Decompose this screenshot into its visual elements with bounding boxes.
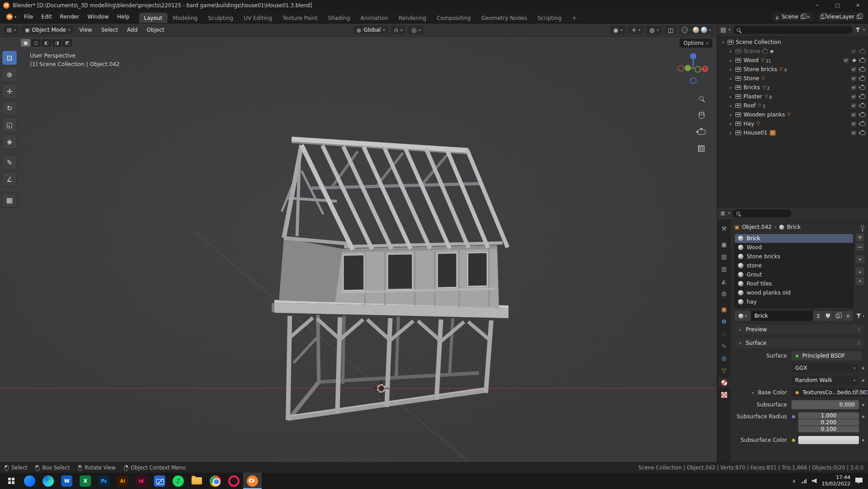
scene-selector[interactable]: ◭ Scene × [772,12,814,21]
wireframe-shading-button[interactable] [681,27,688,33]
users-count-button[interactable]: 3 [813,311,823,321]
volume-icon[interactable] [812,479,817,484]
checkbox[interactable] [851,121,856,126]
tab-particles[interactable]: ∴ [718,329,730,339]
material-slot[interactable]: stone [735,261,853,270]
drag-handle-icon[interactable]: ⠿ [858,327,861,332]
add-slot-button[interactable]: + [856,233,864,242]
checkbox[interactable] [851,76,856,81]
taskbar-excel[interactable]: X [76,473,95,489]
menu-file[interactable]: File [20,10,37,23]
render-visibility-icon[interactable] [860,122,865,126]
menu-render[interactable]: Render [56,10,83,23]
move-slot-up-button[interactable]: ▴ [856,267,864,276]
material-slot[interactable]: Wood [735,243,853,252]
expand-icon[interactable]: ▸ [729,131,733,135]
render-visibility-icon[interactable] [860,95,865,99]
material-slot[interactable]: Brick [735,234,853,243]
preview-section-header[interactable]: ▸ Preview ⠿ [734,324,864,334]
mode-dropdown[interactable]: ▣ Object Mode ▾ [22,25,73,34]
gizmos-toggle[interactable]: ✛ ▾ [628,26,643,34]
animate-dot[interactable] [862,416,864,418]
ortho-toggle-button[interactable] [696,143,707,154]
tab-uv-editing[interactable]: UV Editing [239,13,277,23]
filter-icon[interactable] [856,314,861,318]
tool-add-cube[interactable]: ▦ [2,193,17,207]
navigation-gizmo[interactable]: X [675,50,711,87]
tool-annotate[interactable]: ✎ [2,155,17,169]
material-slot[interactable]: Grout [735,270,853,279]
render-visibility-icon[interactable] [860,86,865,90]
sss-method-dropdown[interactable]: Random Walk ▾ [791,376,859,385]
properties-editor-icon[interactable]: ≣ [720,210,725,216]
expand-icon[interactable]: ▸ [729,113,733,117]
checkbox[interactable] [851,103,856,108]
tray-expand-icon[interactable]: ∧ [792,478,796,484]
tab-modifiers[interactable]: ⚙ [718,316,730,326]
visibility-dropdown[interactable]: ◉ ▾ [610,26,625,34]
outliner-row-stone[interactable]: ▸ Stone ▽ [717,74,868,83]
tool-select-box[interactable]: ⊡ [2,51,17,65]
tab-compositing[interactable]: Compositing [432,13,475,23]
material-slot[interactable]: wood planks old [735,288,853,297]
tab-render[interactable]: ▣ [718,239,730,249]
browse-material-button[interactable]: ▾ [734,311,751,321]
blender-app-menu[interactable]: ▾ [3,10,20,23]
tab-modeling[interactable]: Modeling [168,13,203,23]
tab-rendering[interactable]: Rendering [393,13,431,23]
taskbar-clock[interactable]: 17:44 15/02/2022 [822,474,850,488]
solid-shading-button[interactable] [690,29,691,31]
notification-center-icon[interactable] [855,478,863,484]
outliner-row-hay[interactable]: ▸ Hay ▽ [717,119,868,128]
expand-icon[interactable]: ▸ [729,49,733,53]
fake-user-button[interactable] [823,311,833,321]
select-mode-intersect[interactable]: ◩ [62,39,72,47]
editor-type-button[interactable]: ⊞ ▾ [4,26,19,34]
select-mode-subtract[interactable]: ◧ [42,39,51,47]
drag-handle-icon[interactable]: ⠿ [858,341,861,346]
outliner-row-wooden-planks[interactable]: ▸ Wooden planks ▽ [717,110,868,119]
menu-edit[interactable]: Edit [37,10,56,23]
zoom-button[interactable] [696,93,707,104]
outliner-row-scene-collection[interactable]: ▾ Scene Collection [717,38,868,47]
3d-viewport[interactable]: ▣ ◫ ◧ ◨ ◩ Options ▾ User Perspective (1)… [0,37,717,462]
render-visibility-icon[interactable] [860,113,865,117]
taskbar-edge[interactable] [39,473,58,489]
checkbox[interactable] [851,85,856,90]
xray-toggle[interactable]: ◫ [665,26,676,34]
animate-dot[interactable] [862,379,864,382]
tab-view-layer[interactable]: ▥ [718,264,730,274]
tab-animation[interactable]: Animation [355,13,393,23]
taskbar-chrome[interactable] [206,473,225,489]
tab-scene[interactable]: ◭ [718,276,730,286]
checkbox[interactable] [844,58,849,63]
taskbar-indesign[interactable]: Id [132,473,150,489]
view-layer-selector[interactable]: ViewLayer [817,12,863,21]
outliner-row-plaster[interactable]: ▸ Plaster ▽ 8 [717,92,868,101]
tab-physics[interactable]: ∿ [718,341,730,351]
taskbar-illustrator[interactable]: Ai [113,473,132,489]
expand-icon[interactable]: ▾ [721,40,725,44]
render-visibility-icon[interactable] [860,68,865,72]
new-scene-icon[interactable] [801,15,804,19]
maximize-button[interactable]: □ [827,0,848,10]
tab-shading[interactable]: Shading [323,13,355,23]
outliner-editor-icon[interactable]: ▤ [720,27,726,33]
render-visibility-icon[interactable] [860,77,865,81]
overlays-toggle[interactable]: ◍ ▾ [646,26,662,34]
select-mode-extend[interactable]: ◫ [31,39,41,47]
close-button[interactable]: × [848,0,868,10]
tool-rotate[interactable]: ↻ [2,101,17,115]
taskbar-photoshop[interactable]: Ps [95,473,113,489]
radius-x-field[interactable]: 1.000 [798,412,859,419]
camera-view-button[interactable] [696,126,707,137]
render-visibility-icon[interactable] [860,58,865,63]
tab-add-workspace[interactable]: + [567,13,581,23]
material-slot[interactable]: hay [735,297,853,306]
tab-texture[interactable] [718,390,730,400]
sss-color-swatch[interactable] [798,436,859,444]
expand-icon[interactable]: ▸ [751,391,756,395]
select-mode-new[interactable]: ▣ [21,39,30,47]
render-visibility-icon[interactable] [860,104,865,108]
taskbar-explorer[interactable] [187,473,206,489]
